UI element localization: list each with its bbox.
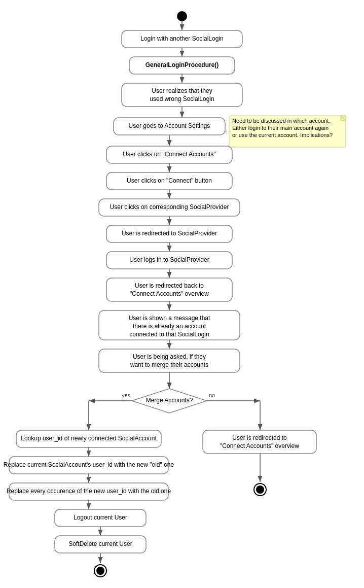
node-n10 (106, 278, 232, 301)
node-n4-text: User goes to Account Settings (129, 122, 210, 129)
node-n10-text-1: User is redirected back to (135, 282, 204, 289)
node-n3-text-1: User realizes that they (152, 87, 212, 94)
note-text-1: Need to be discussed in which account. (232, 118, 330, 124)
end-node-1-inner (96, 567, 104, 575)
node-n14-text-1: User is redirected to (232, 434, 287, 441)
node-n1-text: Login with another SocialLogin (140, 35, 223, 42)
node-n18-text: SoftDelete current User (68, 540, 132, 547)
node-n5-text: User clicks on "Connect Accounts" (123, 151, 215, 158)
node-n12-text-1: User is being asked, if they (133, 353, 206, 360)
node-n16-text: Replace every occurence of the new user_… (7, 488, 171, 495)
node-n14 (203, 430, 316, 454)
node-n12-text-2: want to merge their accounts (130, 361, 208, 368)
node-n17-text: Logout current User (74, 514, 127, 521)
activity-diagram: Login with another SocialLogin GeneralLo… (0, 5, 364, 588)
node-n9-text: User logs in to SocialProvider (129, 256, 209, 263)
node-n3-text-2: used wrong SocialLogin (150, 95, 214, 102)
node-n6-text: User clicks on "Connect" button (127, 177, 212, 184)
note-text-3: or use the current account. Implications… (232, 132, 333, 138)
node-n11-text-2: there is already an account (133, 323, 206, 330)
decision-text: Merge Accounts? (146, 397, 193, 404)
end-node-2-inner (256, 486, 264, 494)
node-n12 (99, 349, 240, 372)
label-no: no (209, 392, 215, 398)
node-n8-text: User is redirected to SocialProvider (122, 230, 217, 237)
note-text-2: Either login to their main account again (232, 125, 329, 131)
node-n11-text-3: connected to that SocialLogin (129, 331, 209, 338)
diagram-container: Login with another SocialLogin GeneralLo… (0, 0, 364, 588)
start-node (177, 11, 187, 21)
node-n3 (122, 83, 242, 107)
node-n10-text-2: "Connect Accounts" overview (130, 290, 209, 297)
node-n14-text-2: "Connect Accounts" overview (220, 442, 299, 449)
node-n7-text: User clicks on corresponding SocialProvi… (110, 203, 229, 211)
node-n15-text: Replace current SocialAccount's user_id … (4, 461, 174, 468)
label-yes: yes (122, 392, 131, 398)
node-n2-text: GeneralLoginProcedure() (145, 61, 219, 68)
node-n11-text-1: User is shown a message that (129, 315, 210, 322)
node-n13-text: Lookup user_id of newly connected Social… (21, 435, 157, 442)
